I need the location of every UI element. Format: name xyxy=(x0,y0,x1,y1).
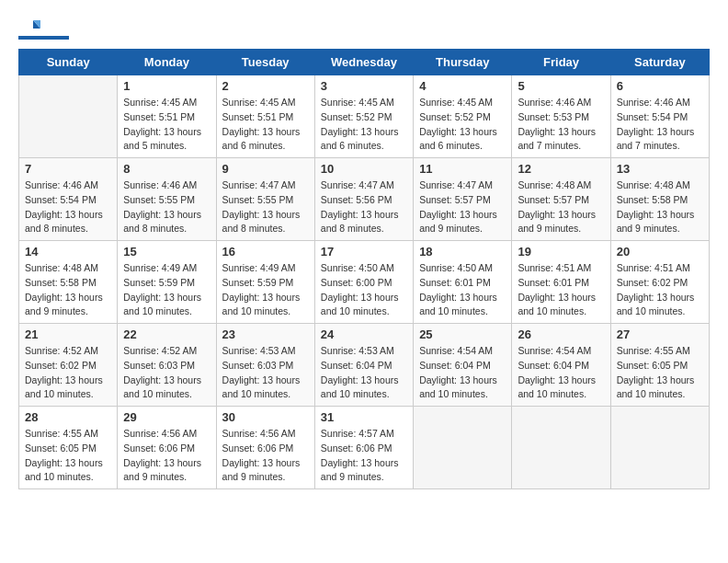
day-number: 30 xyxy=(222,410,309,424)
day-number: 5 xyxy=(518,79,604,93)
calendar-week-row: 7Sunrise: 4:46 AM Sunset: 5:54 PM Daylig… xyxy=(19,158,710,241)
calendar-cell: 23Sunrise: 4:53 AM Sunset: 6:03 PM Dayli… xyxy=(216,324,314,407)
day-info: Sunrise: 4:45 AM Sunset: 5:51 PM Dayligh… xyxy=(123,96,210,154)
calendar-cell: 4Sunrise: 4:45 AM Sunset: 5:52 PM Daylig… xyxy=(414,75,512,158)
day-info: Sunrise: 4:55 AM Sunset: 6:05 PM Dayligh… xyxy=(617,344,703,402)
day-number: 26 xyxy=(518,327,604,341)
day-info: Sunrise: 4:57 AM Sunset: 6:06 PM Dayligh… xyxy=(321,427,407,485)
day-info: Sunrise: 4:51 AM Sunset: 6:02 PM Dayligh… xyxy=(617,261,703,319)
day-info: Sunrise: 4:47 AM Sunset: 5:55 PM Dayligh… xyxy=(222,178,309,236)
weekday-header-saturday: Saturday xyxy=(610,50,709,75)
calendar-cell: 27Sunrise: 4:55 AM Sunset: 6:05 PM Dayli… xyxy=(610,324,709,407)
calendar-cell: 15Sunrise: 4:49 AM Sunset: 5:59 PM Dayli… xyxy=(118,241,216,324)
day-info: Sunrise: 4:55 AM Sunset: 6:05 PM Dayligh… xyxy=(25,427,111,485)
day-number: 31 xyxy=(321,410,407,424)
day-info: Sunrise: 4:54 AM Sunset: 6:04 PM Dayligh… xyxy=(419,344,506,402)
day-number: 19 xyxy=(518,245,604,259)
day-number: 8 xyxy=(123,162,210,176)
calendar-cell: 2Sunrise: 4:45 AM Sunset: 5:51 PM Daylig… xyxy=(216,75,314,158)
calendar-cell: 30Sunrise: 4:56 AM Sunset: 6:06 PM Dayli… xyxy=(216,407,314,489)
calendar-cell xyxy=(414,407,512,489)
day-info: Sunrise: 4:50 AM Sunset: 6:01 PM Dayligh… xyxy=(419,261,506,319)
calendar-cell: 8Sunrise: 4:46 AM Sunset: 5:55 PM Daylig… xyxy=(118,158,216,241)
day-info: Sunrise: 4:56 AM Sunset: 6:06 PM Dayligh… xyxy=(123,427,210,485)
calendar-cell: 22Sunrise: 4:52 AM Sunset: 6:03 PM Dayli… xyxy=(118,324,216,407)
day-number: 17 xyxy=(321,245,407,259)
calendar-cell: 25Sunrise: 4:54 AM Sunset: 6:04 PM Dayli… xyxy=(414,324,512,407)
logo-underline xyxy=(18,36,69,40)
weekday-header-wednesday: Wednesday xyxy=(314,50,413,75)
calendar-cell xyxy=(512,407,610,489)
calendar-cell: 16Sunrise: 4:49 AM Sunset: 5:59 PM Dayli… xyxy=(216,241,314,324)
day-info: Sunrise: 4:46 AM Sunset: 5:55 PM Dayligh… xyxy=(123,178,210,236)
day-number: 7 xyxy=(25,162,111,176)
calendar-cell xyxy=(19,75,118,158)
day-info: Sunrise: 4:47 AM Sunset: 5:57 PM Dayligh… xyxy=(419,178,506,236)
logo xyxy=(18,18,69,40)
day-info: Sunrise: 4:49 AM Sunset: 5:59 PM Dayligh… xyxy=(123,261,210,319)
day-number: 4 xyxy=(419,79,506,93)
day-info: Sunrise: 4:47 AM Sunset: 5:56 PM Dayligh… xyxy=(321,178,407,236)
day-number: 24 xyxy=(321,327,407,341)
calendar-week-row: 1Sunrise: 4:45 AM Sunset: 5:51 PM Daylig… xyxy=(19,75,710,158)
calendar-cell: 17Sunrise: 4:50 AM Sunset: 6:00 PM Dayli… xyxy=(314,241,413,324)
day-info: Sunrise: 4:48 AM Sunset: 5:58 PM Dayligh… xyxy=(25,261,111,319)
day-number: 2 xyxy=(222,79,309,93)
calendar-cell: 24Sunrise: 4:53 AM Sunset: 6:04 PM Dayli… xyxy=(314,324,413,407)
page-header xyxy=(18,18,710,40)
day-number: 13 xyxy=(617,162,703,176)
day-info: Sunrise: 4:54 AM Sunset: 6:04 PM Dayligh… xyxy=(518,344,604,402)
day-number: 22 xyxy=(123,327,210,341)
calendar-cell: 3Sunrise: 4:45 AM Sunset: 5:52 PM Daylig… xyxy=(314,75,413,158)
day-info: Sunrise: 4:46 AM Sunset: 5:54 PM Dayligh… xyxy=(617,96,703,154)
calendar-table: SundayMondayTuesdayWednesdayThursdayFrid… xyxy=(18,49,710,489)
day-number: 12 xyxy=(518,162,604,176)
weekday-header-friday: Friday xyxy=(512,50,610,75)
day-number: 1 xyxy=(123,79,210,93)
day-info: Sunrise: 4:46 AM Sunset: 5:53 PM Dayligh… xyxy=(518,96,604,154)
calendar-week-row: 21Sunrise: 4:52 AM Sunset: 6:02 PM Dayli… xyxy=(19,324,710,407)
weekday-header-sunday: Sunday xyxy=(19,50,118,75)
calendar-cell: 26Sunrise: 4:54 AM Sunset: 6:04 PM Dayli… xyxy=(512,324,610,407)
calendar-cell: 28Sunrise: 4:55 AM Sunset: 6:05 PM Dayli… xyxy=(19,407,118,489)
day-number: 9 xyxy=(222,162,309,176)
day-number: 6 xyxy=(617,79,703,93)
calendar-cell: 31Sunrise: 4:57 AM Sunset: 6:06 PM Dayli… xyxy=(314,407,413,489)
weekday-header-thursday: Thursday xyxy=(414,50,512,75)
day-number: 28 xyxy=(25,410,111,424)
calendar-cell: 21Sunrise: 4:52 AM Sunset: 6:02 PM Dayli… xyxy=(19,324,118,407)
day-number: 20 xyxy=(617,245,703,259)
day-number: 23 xyxy=(222,327,309,341)
calendar-week-row: 28Sunrise: 4:55 AM Sunset: 6:05 PM Dayli… xyxy=(19,407,710,489)
calendar-cell: 6Sunrise: 4:46 AM Sunset: 5:54 PM Daylig… xyxy=(610,75,709,158)
weekday-header-monday: Monday xyxy=(118,50,216,75)
day-info: Sunrise: 4:56 AM Sunset: 6:06 PM Dayligh… xyxy=(222,427,309,485)
calendar-cell: 19Sunrise: 4:51 AM Sunset: 6:01 PM Dayli… xyxy=(512,241,610,324)
calendar-cell: 9Sunrise: 4:47 AM Sunset: 5:55 PM Daylig… xyxy=(216,158,314,241)
day-number: 16 xyxy=(222,245,309,259)
day-info: Sunrise: 4:48 AM Sunset: 5:57 PM Dayligh… xyxy=(518,178,604,236)
calendar-cell: 12Sunrise: 4:48 AM Sunset: 5:57 PM Dayli… xyxy=(512,158,610,241)
day-info: Sunrise: 4:46 AM Sunset: 5:54 PM Dayligh… xyxy=(25,178,111,236)
calendar-cell: 10Sunrise: 4:47 AM Sunset: 5:56 PM Dayli… xyxy=(314,158,413,241)
calendar-cell: 1Sunrise: 4:45 AM Sunset: 5:51 PM Daylig… xyxy=(118,75,216,158)
day-info: Sunrise: 4:52 AM Sunset: 6:02 PM Dayligh… xyxy=(25,344,111,402)
day-number: 14 xyxy=(25,245,111,259)
day-number: 25 xyxy=(419,327,506,341)
day-number: 29 xyxy=(123,410,210,424)
weekday-header-tuesday: Tuesday xyxy=(216,50,314,75)
calendar-cell: 18Sunrise: 4:50 AM Sunset: 6:01 PM Dayli… xyxy=(414,241,512,324)
day-number: 11 xyxy=(419,162,506,176)
day-info: Sunrise: 4:49 AM Sunset: 5:59 PM Dayligh… xyxy=(222,261,309,319)
day-info: Sunrise: 4:45 AM Sunset: 5:52 PM Dayligh… xyxy=(419,96,506,154)
day-info: Sunrise: 4:50 AM Sunset: 6:00 PM Dayligh… xyxy=(321,261,407,319)
weekday-header-row: SundayMondayTuesdayWednesdayThursdayFrid… xyxy=(19,50,710,75)
day-info: Sunrise: 4:45 AM Sunset: 5:52 PM Dayligh… xyxy=(321,96,407,154)
calendar-cell: 29Sunrise: 4:56 AM Sunset: 6:06 PM Dayli… xyxy=(118,407,216,489)
day-info: Sunrise: 4:45 AM Sunset: 5:51 PM Dayligh… xyxy=(222,96,309,154)
day-number: 27 xyxy=(617,327,703,341)
day-info: Sunrise: 4:51 AM Sunset: 6:01 PM Dayligh… xyxy=(518,261,604,319)
calendar-cell: 7Sunrise: 4:46 AM Sunset: 5:54 PM Daylig… xyxy=(19,158,118,241)
day-number: 10 xyxy=(321,162,407,176)
calendar-cell: 11Sunrise: 4:47 AM Sunset: 5:57 PM Dayli… xyxy=(414,158,512,241)
